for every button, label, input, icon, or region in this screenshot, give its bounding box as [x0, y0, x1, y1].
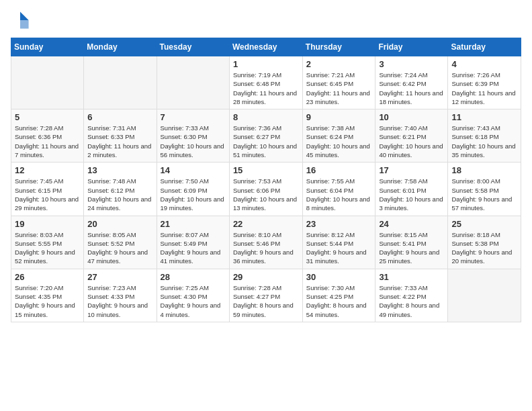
day-number: 28: [161, 272, 226, 282]
day-number: 29: [233, 272, 299, 282]
day-info: Sunrise: 8:15 AMSunset: 5:41 PMDaylight:…: [379, 230, 444, 266]
calendar-cell: 9Sunrise: 7:38 AMSunset: 6:24 PMDaylight…: [302, 109, 375, 163]
svg-marker-1: [20, 20, 29, 29]
day-info: Sunrise: 7:48 AMSunset: 6:12 PMDaylight:…: [87, 177, 152, 212]
day-number: 13: [87, 165, 152, 175]
calendar-cell: 11Sunrise: 7:43 AMSunset: 6:18 PMDayligh…: [448, 109, 521, 163]
calendar-cell: 14Sunrise: 7:50 AMSunset: 6:09 PMDayligh…: [157, 163, 229, 216]
day-info: Sunrise: 8:10 AMSunset: 5:46 PMDaylight:…: [233, 230, 299, 266]
calendar-cell: 3Sunrise: 7:24 AMSunset: 6:42 PMDaylight…: [375, 56, 448, 109]
day-info: Sunrise: 7:31 AMSunset: 6:33 PMDaylight:…: [87, 124, 152, 159]
calendar-cell: 22Sunrise: 8:10 AMSunset: 5:46 PMDayligh…: [229, 216, 302, 269]
calendar-cell: 4Sunrise: 7:26 AMSunset: 6:39 PMDaylight…: [448, 56, 521, 109]
calendar-week-row: 1Sunrise: 7:19 AMSunset: 6:48 PMDaylight…: [11, 56, 521, 109]
day-number: 5: [15, 112, 80, 122]
day-info: Sunrise: 7:19 AMSunset: 6:48 PMDaylight:…: [233, 71, 299, 106]
calendar-cell: 5Sunrise: 7:28 AMSunset: 6:36 PMDaylight…: [11, 109, 84, 163]
header-wednesday: Wednesday: [229, 38, 302, 56]
day-info: Sunrise: 7:25 AMSunset: 4:30 PMDaylight:…: [161, 283, 226, 319]
calendar-cell: 10Sunrise: 7:40 AMSunset: 6:21 PMDayligh…: [375, 109, 448, 163]
calendar-cell: 6Sunrise: 7:31 AMSunset: 6:33 PMDaylight…: [84, 109, 157, 163]
day-number: 1: [233, 59, 299, 69]
header-thursday: Thursday: [302, 38, 375, 56]
day-info: Sunrise: 7:50 AMSunset: 6:09 PMDaylight:…: [161, 177, 226, 212]
day-info: Sunrise: 7:26 AMSunset: 6:39 PMDaylight:…: [451, 71, 517, 106]
day-number: 11: [451, 112, 517, 122]
day-number: 26: [15, 272, 80, 282]
day-info: Sunrise: 7:28 AMSunset: 6:36 PMDaylight:…: [15, 124, 80, 159]
day-number: 12: [15, 165, 80, 175]
calendar-cell: 20Sunrise: 8:05 AMSunset: 5:52 PMDayligh…: [84, 216, 157, 269]
logo: [11, 11, 32, 30]
day-number: 7: [161, 112, 226, 122]
day-number: 19: [15, 219, 80, 229]
day-info: Sunrise: 7:55 AMSunset: 6:04 PMDaylight:…: [306, 177, 372, 212]
svg-marker-0: [20, 11, 29, 20]
day-info: Sunrise: 7:24 AMSunset: 6:42 PMDaylight:…: [379, 71, 444, 106]
day-info: Sunrise: 7:40 AMSunset: 6:21 PMDaylight:…: [379, 124, 444, 159]
calendar-cell: 16Sunrise: 7:55 AMSunset: 6:04 PMDayligh…: [302, 163, 375, 216]
day-info: Sunrise: 7:53 AMSunset: 6:06 PMDaylight:…: [233, 177, 299, 212]
header-saturday: Saturday: [448, 38, 521, 56]
day-info: Sunrise: 7:43 AMSunset: 6:18 PMDaylight:…: [451, 124, 517, 159]
header-monday: Monday: [84, 38, 157, 56]
day-info: Sunrise: 7:28 AMSunset: 4:27 PMDaylight:…: [233, 283, 299, 319]
calendar-cell: 17Sunrise: 7:58 AMSunset: 6:01 PMDayligh…: [375, 163, 448, 216]
day-info: Sunrise: 7:21 AMSunset: 6:45 PMDaylight:…: [306, 71, 372, 106]
logo-icon: [11, 11, 30, 30]
header-sunday: Sunday: [11, 38, 84, 56]
calendar-week-row: 5Sunrise: 7:28 AMSunset: 6:36 PMDaylight…: [11, 109, 521, 163]
day-info: Sunrise: 7:30 AMSunset: 4:25 PMDaylight:…: [306, 283, 372, 319]
day-number: 20: [87, 219, 152, 229]
day-number: 3: [379, 59, 444, 69]
day-info: Sunrise: 7:38 AMSunset: 6:24 PMDaylight:…: [306, 124, 372, 159]
calendar-cell: 12Sunrise: 7:45 AMSunset: 6:15 PMDayligh…: [11, 163, 84, 216]
day-number: 10: [379, 112, 444, 122]
calendar-cell: 15Sunrise: 7:53 AMSunset: 6:06 PMDayligh…: [229, 163, 302, 216]
calendar-cell: 24Sunrise: 8:15 AMSunset: 5:41 PMDayligh…: [375, 216, 448, 269]
calendar-cell: 18Sunrise: 8:00 AMSunset: 5:58 PMDayligh…: [448, 163, 521, 216]
calendar-week-row: 26Sunrise: 7:20 AMSunset: 4:35 PMDayligh…: [11, 269, 521, 322]
page-header: [11, 11, 521, 30]
day-number: 14: [161, 165, 226, 175]
day-number: 18: [451, 165, 517, 175]
calendar-cell: 2Sunrise: 7:21 AMSunset: 6:45 PMDaylight…: [302, 56, 375, 109]
calendar-cell: 27Sunrise: 7:23 AMSunset: 4:33 PMDayligh…: [84, 269, 157, 322]
day-number: 22: [233, 219, 299, 229]
calendar-cell: 19Sunrise: 8:03 AMSunset: 5:55 PMDayligh…: [11, 216, 84, 269]
day-number: 16: [306, 165, 372, 175]
calendar-cell: 28Sunrise: 7:25 AMSunset: 4:30 PMDayligh…: [157, 269, 229, 322]
day-info: Sunrise: 7:20 AMSunset: 4:35 PMDaylight:…: [15, 283, 80, 319]
day-number: 6: [87, 112, 152, 122]
day-info: Sunrise: 7:58 AMSunset: 6:01 PMDaylight:…: [379, 177, 444, 212]
day-info: Sunrise: 8:00 AMSunset: 5:58 PMDaylight:…: [451, 177, 517, 212]
day-number: 9: [306, 112, 372, 122]
day-number: 30: [306, 272, 372, 282]
day-number: 4: [451, 59, 517, 69]
day-number: 23: [306, 219, 372, 229]
calendar-cell: 13Sunrise: 7:48 AMSunset: 6:12 PMDayligh…: [84, 163, 157, 216]
calendar-cell: [11, 56, 84, 109]
day-info: Sunrise: 8:05 AMSunset: 5:52 PMDaylight:…: [87, 230, 152, 266]
day-number: 8: [233, 112, 299, 122]
day-info: Sunrise: 7:33 AMSunset: 4:22 PMDaylight:…: [379, 283, 444, 319]
calendar-cell: 21Sunrise: 8:07 AMSunset: 5:49 PMDayligh…: [157, 216, 229, 269]
header-friday: Friday: [375, 38, 448, 56]
calendar-cell: [157, 56, 229, 109]
day-number: 2: [306, 59, 372, 69]
day-info: Sunrise: 8:12 AMSunset: 5:44 PMDaylight:…: [306, 230, 372, 266]
header-tuesday: Tuesday: [157, 38, 229, 56]
day-number: 21: [161, 219, 226, 229]
day-number: 15: [233, 165, 299, 175]
calendar-cell: 1Sunrise: 7:19 AMSunset: 6:48 PMDaylight…: [229, 56, 302, 109]
calendar-cell: 26Sunrise: 7:20 AMSunset: 4:35 PMDayligh…: [11, 269, 84, 322]
calendar-week-row: 19Sunrise: 8:03 AMSunset: 5:55 PMDayligh…: [11, 216, 521, 269]
calendar-table: SundayMondayTuesdayWednesdayThursdayFrid…: [11, 38, 521, 322]
day-number: 31: [379, 272, 444, 282]
day-number: 24: [379, 219, 444, 229]
day-number: 25: [451, 219, 517, 229]
day-info: Sunrise: 7:33 AMSunset: 6:30 PMDaylight:…: [161, 124, 226, 159]
day-info: Sunrise: 8:07 AMSunset: 5:49 PMDaylight:…: [161, 230, 226, 266]
day-info: Sunrise: 8:18 AMSunset: 5:38 PMDaylight:…: [451, 230, 517, 266]
calendar-cell: 8Sunrise: 7:36 AMSunset: 6:27 PMDaylight…: [229, 109, 302, 163]
